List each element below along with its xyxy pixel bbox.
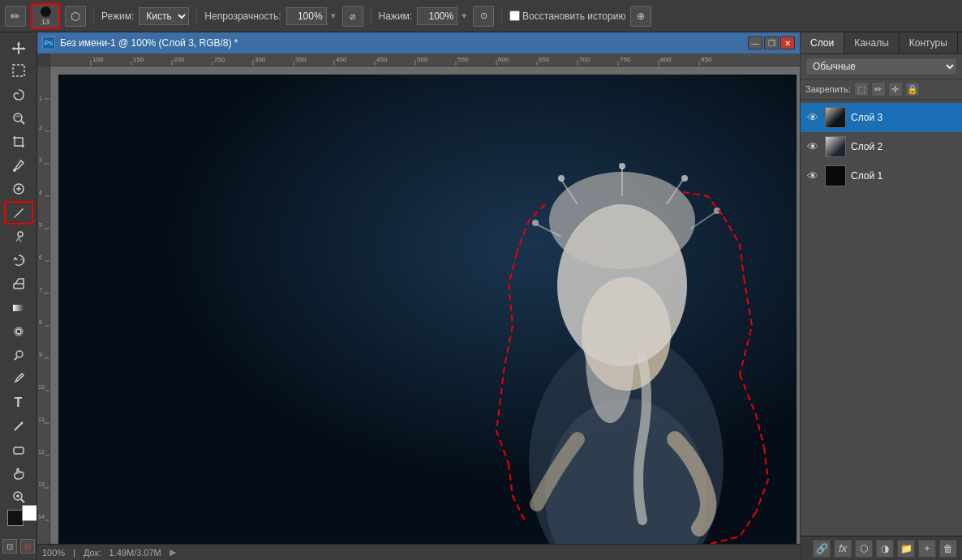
svg-line-3 xyxy=(21,121,24,124)
layer-name-3: Слой 3 xyxy=(851,112,957,123)
layer-mask-btn[interactable]: ⬡ xyxy=(855,540,873,558)
tool-shape[interactable] xyxy=(4,438,33,461)
tab-channels[interactable]: Каналы xyxy=(844,32,900,53)
lock-row: Закрепить: ⬚ ✏ ✛ 🔒 xyxy=(801,79,962,100)
svg-line-14 xyxy=(15,357,17,360)
svg-text:2: 2 xyxy=(39,125,42,130)
tool-dodge[interactable] xyxy=(4,344,33,366)
foreground-color[interactable] xyxy=(7,510,24,526)
layer-eye-1[interactable]: 👁 xyxy=(805,169,820,183)
opacity-label: Непрозрачность: xyxy=(204,11,281,22)
tool-clone-stamp[interactable] xyxy=(4,225,33,248)
status-arrow[interactable]: ▶ xyxy=(170,547,176,558)
restore-btn[interactable]: ❐ xyxy=(764,36,779,49)
document-title: Без имени-1 @ 100% (Слой 3, RGB/8) * xyxy=(60,37,743,49)
brush-mode-label: Режим: xyxy=(101,11,134,22)
flow-input[interactable] xyxy=(417,7,457,25)
blend-mode-select[interactable]: Обычные xyxy=(805,58,957,75)
layer-fx-btn[interactable]: fx xyxy=(834,540,852,558)
tool-eyedropper[interactable] xyxy=(4,154,33,177)
layer-thumb-3 xyxy=(825,107,846,128)
tool-gradient[interactable] xyxy=(4,297,33,319)
layer-delete-btn[interactable]: 🗑 xyxy=(939,540,957,558)
tool-lasso[interactable] xyxy=(4,83,33,105)
tool-move[interactable] xyxy=(4,36,33,58)
tool-healing[interactable] xyxy=(4,177,33,200)
svg-text:400: 400 xyxy=(336,56,347,63)
canvas-image[interactable] xyxy=(58,75,797,544)
flow-label: Нажим: xyxy=(379,11,413,22)
close-btn[interactable]: ✕ xyxy=(780,36,795,49)
lock-paint-btn[interactable]: ✏ xyxy=(871,82,886,96)
tool-pen[interactable] xyxy=(4,367,33,390)
lock-label: Закрепить: xyxy=(805,84,851,94)
airbrush-btn[interactable]: ⌀ xyxy=(342,6,363,27)
status-bar: 100% | Док: 1.49M/3.07M ▶ xyxy=(37,544,800,560)
layers-list: 👁 Слой 3 👁 Слой 2 👁 Слой 1 xyxy=(801,100,962,536)
brush-size-value: 13 xyxy=(41,18,49,26)
pressure-btn[interactable]: ⊙ xyxy=(473,6,494,27)
quick-mask-btn[interactable]: ⊟ xyxy=(20,539,35,554)
tool-preset-btn[interactable]: ✏ xyxy=(5,6,26,27)
brush-size-indicator[interactable]: 13 xyxy=(31,3,60,29)
tool-eraser[interactable] xyxy=(4,272,33,295)
ruler-corner xyxy=(37,53,50,66)
status-separator: | xyxy=(73,548,75,558)
layer-eye-3[interactable]: 👁 xyxy=(805,110,820,125)
tool-hand[interactable] xyxy=(4,462,33,485)
layer-name-2: Слой 2 xyxy=(851,141,957,152)
svg-text:7: 7 xyxy=(39,287,42,293)
lock-position-btn[interactable]: ✛ xyxy=(888,82,903,96)
layer-item-1[interactable]: 👁 Слой 1 xyxy=(801,161,962,190)
canvas-document[interactable] xyxy=(50,66,800,544)
flow-group: ▼ xyxy=(417,7,468,25)
separator-2 xyxy=(196,7,197,25)
tool-crop[interactable] xyxy=(4,130,33,153)
layer-adjustment-btn[interactable]: ◑ xyxy=(876,540,894,558)
background-color[interactable] xyxy=(22,505,38,521)
brush-options-btn[interactable]: ⬡ xyxy=(65,6,86,27)
tool-blur[interactable] xyxy=(4,320,33,343)
svg-rect-9 xyxy=(14,284,24,289)
color-swatches[interactable] xyxy=(4,510,33,533)
brush-mode-select[interactable]: Кисть xyxy=(139,7,189,25)
svg-text:6: 6 xyxy=(39,254,42,260)
flow-arrow[interactable]: ▼ xyxy=(460,11,468,20)
tool-marquee[interactable] xyxy=(4,59,33,82)
restore-history-label[interactable]: Восстановить историю xyxy=(509,11,625,22)
main-area: T ⊡ ⊟ Ps Без имени-1 @ 100% xyxy=(0,32,962,560)
layer-item-2[interactable]: 👁 Слой 2 xyxy=(801,132,962,161)
layer-thumb-2 xyxy=(825,136,846,157)
svg-text:700: 700 xyxy=(579,56,591,63)
layer-folder-btn[interactable]: 📁 xyxy=(897,540,915,558)
top-toolbar: ✏ 13 ⬡ Режим: Кисть Непрозрачность: ▼ ⌀ … xyxy=(0,0,962,32)
tool-type[interactable]: T xyxy=(4,391,33,413)
svg-text:13: 13 xyxy=(38,481,45,487)
layer-item-3[interactable]: 👁 Слой 3 xyxy=(801,103,962,132)
tool-path-select[interactable] xyxy=(4,415,33,438)
layer-link-btn[interactable]: 🔗 xyxy=(813,540,831,558)
lock-all-btn[interactable]: 🔒 xyxy=(905,82,920,96)
minimize-btn[interactable]: — xyxy=(748,36,762,49)
tool-quick-select[interactable] xyxy=(4,107,33,130)
opacity-input[interactable] xyxy=(286,7,327,25)
layer-eye-2[interactable]: 👁 xyxy=(805,139,820,154)
lock-transparent-btn[interactable]: ⬚ xyxy=(854,82,869,96)
tool-history-brush[interactable] xyxy=(4,249,33,271)
svg-point-98 xyxy=(714,207,720,214)
separator-1 xyxy=(93,7,94,25)
svg-text:1: 1 xyxy=(39,96,42,101)
tab-paths[interactable]: Контуры xyxy=(900,32,958,53)
tool-brush[interactable] xyxy=(4,201,33,224)
layer-new-btn[interactable]: + xyxy=(918,540,936,558)
tab-layers[interactable]: Слои xyxy=(801,32,844,53)
restore-history-checkbox[interactable] xyxy=(509,11,520,21)
clone-source-btn[interactable]: ⊕ xyxy=(630,6,651,27)
svg-point-97 xyxy=(681,175,688,182)
svg-text:250: 250 xyxy=(214,56,225,63)
ruler-vertical: 1 2 3 4 5 6 7 8 9 xyxy=(37,66,50,544)
standard-mode-btn[interactable]: ⊡ xyxy=(2,539,17,554)
svg-rect-54 xyxy=(37,66,50,544)
svg-point-13 xyxy=(16,351,23,357)
opacity-arrow[interactable]: ▼ xyxy=(329,11,337,20)
